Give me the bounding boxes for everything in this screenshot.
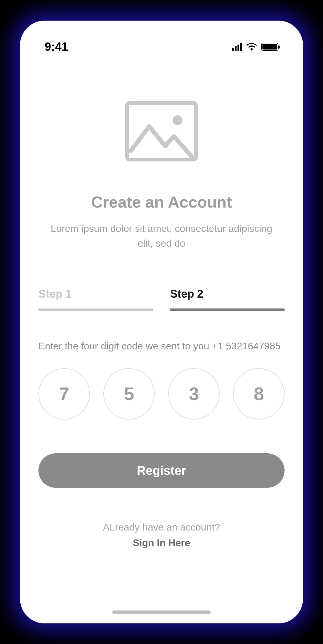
step-2-label: Step 2 <box>170 288 285 300</box>
device-frame: 9:41 Create an Account Lorem ipsum dolor… <box>20 21 303 623</box>
step-1-label: Step 1 <box>38 288 153 300</box>
code-digit-4[interactable]: 8 <box>233 368 285 419</box>
step-2-line <box>170 308 285 311</box>
content: Create an Account Lorem ipsum dolor sit … <box>35 54 288 614</box>
step-2-tab[interactable]: Step 2 <box>170 288 285 311</box>
code-digit-2[interactable]: 5 <box>103 368 155 419</box>
status-time: 9:41 <box>45 40 68 54</box>
home-indicator[interactable] <box>112 610 211 614</box>
image-placeholder-icon <box>125 101 198 162</box>
wifi-icon <box>246 43 257 51</box>
status-bar: 9:41 <box>35 36 288 54</box>
battery-icon <box>261 43 278 51</box>
sign-in-link[interactable]: Sign In Here <box>38 537 285 549</box>
page-title: Create an Account <box>38 193 285 211</box>
svg-point-1 <box>173 115 182 125</box>
code-instruction: Enter the four digit code we sent to you… <box>38 339 285 353</box>
page-subtitle: Lorem ipsum dolor sit amet, consectetur … <box>38 221 285 251</box>
code-digit-3[interactable]: 3 <box>168 368 220 419</box>
cellular-signal-icon <box>232 43 242 51</box>
step-indicator: Step 1 Step 2 <box>38 288 285 311</box>
step-1-tab[interactable]: Step 1 <box>38 288 153 311</box>
code-digit-1[interactable]: 7 <box>38 368 90 419</box>
code-inputs: 7 5 3 8 <box>38 368 285 419</box>
step-1-line <box>38 308 153 311</box>
register-button[interactable]: Register <box>38 453 285 488</box>
status-icons <box>232 43 278 51</box>
already-account-text: ALready have an account? <box>38 522 285 533</box>
